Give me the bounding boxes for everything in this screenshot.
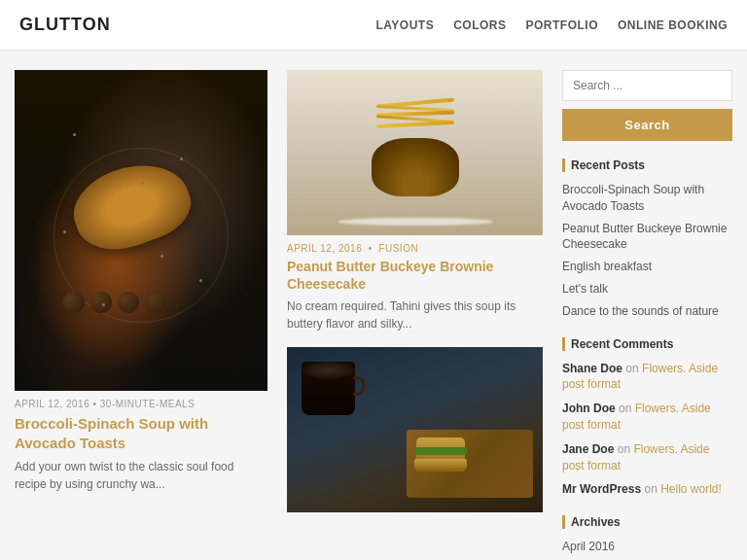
- post-excerpt-1: No cream required. Tahini gives this sou…: [287, 298, 543, 332]
- dot: [199, 279, 202, 282]
- burger-image: [287, 70, 543, 235]
- post-image-2: [287, 347, 543, 512]
- featured-post-image: [15, 70, 267, 391]
- post-meta-1: APRIL 12, 2016 • FUSION: [287, 243, 543, 254]
- comment-3: Mr WordPress on Hello world!: [562, 481, 732, 498]
- dot: [160, 255, 163, 258]
- nav-portfolio[interactable]: PORTFOLIO: [525, 18, 598, 32]
- main-container: APRIL 12, 2016 • 30-MINUTE-MEALS Broccol…: [0, 51, 747, 560]
- recent-comments-title: Recent Comments: [562, 337, 732, 351]
- post-card-2: [287, 347, 543, 512]
- featured-post-meta: APRIL 12, 2016 • 30-MINUTE-MEALS: [15, 399, 267, 409]
- featured-post-title[interactable]: Broccoli-Spinach Soup with Avocado Toast…: [15, 414, 267, 452]
- accent-bar-3: [562, 515, 565, 529]
- nav-online-booking[interactable]: ONLINE BOOKING: [618, 18, 728, 32]
- nav-colors[interactable]: COLORS: [453, 18, 506, 32]
- posts-column: APRIL 12, 2016 • FUSION Peanut Butter Bu…: [287, 70, 543, 560]
- search-input[interactable]: [562, 70, 732, 101]
- nav-layouts[interactable]: LAYOUTS: [375, 18, 434, 32]
- dot: [141, 182, 144, 185]
- featured-post-column: APRIL 12, 2016 • 30-MINUTE-MEALS Broccol…: [15, 70, 267, 560]
- search-input-wrap: [562, 70, 732, 101]
- archives-section: Archives April 2016 March 2016: [562, 515, 732, 560]
- recent-posts-title: Recent Posts: [562, 158, 732, 172]
- accent-bar: [562, 158, 565, 172]
- comment-0: Shane Doe on Flowers. Aside post format: [562, 361, 732, 394]
- post-image-1: [287, 70, 543, 235]
- site-logo: GLUTTON: [19, 15, 111, 35]
- recent-post-4[interactable]: Dance to the sounds of nature: [562, 303, 732, 320]
- featured-post-excerpt: Add your own twist to the classic soul f…: [15, 458, 267, 493]
- sidebar: Search Recent Posts Broccoli-Spinach Sou…: [562, 70, 732, 560]
- post-card-1: APRIL 12, 2016 • FUSION Peanut Butter Bu…: [287, 70, 543, 332]
- dot: [73, 133, 76, 136]
- accent-bar-2: [562, 337, 565, 351]
- dot: [180, 158, 183, 160]
- recent-post-3[interactable]: Let's talk: [562, 281, 732, 298]
- post-cat-1: FUSION: [378, 243, 418, 254]
- scatter-dots: [44, 109, 238, 352]
- archives-title: Archives: [562, 515, 732, 529]
- main-nav: LAYOUTS COLORS PORTFOLIO ONLINE BOOKING: [375, 18, 728, 32]
- post-date-1: APRIL 12, 2016: [287, 243, 362, 254]
- recent-comments-section: Recent Comments Shane Doe on Flowers. As…: [562, 337, 732, 499]
- recent-post-0[interactable]: Broccoli-Spinach Soup with Avocado Toast…: [562, 182, 732, 215]
- archive-0[interactable]: April 2016: [562, 539, 732, 555]
- recent-posts-section: Recent Posts Broccoli-Spinach Soup with …: [562, 158, 732, 320]
- post-title-1[interactable]: Peanut Butter Buckeye Brownie Cheesecake: [287, 258, 543, 293]
- site-header: GLUTTON LAYOUTS COLORS PORTFOLIO ONLINE …: [0, 0, 747, 51]
- dot: [63, 230, 66, 233]
- dot: [102, 303, 105, 306]
- search-button[interactable]: Search: [562, 109, 732, 141]
- comment-2: Jane Doe on Flowers. Aside post format: [562, 441, 732, 474]
- recent-post-1[interactable]: Peanut Butter Buckeye Brownie Cheesecake: [562, 221, 732, 254]
- food-bg: [15, 70, 267, 391]
- recent-post-2[interactable]: English breakfast: [562, 259, 732, 275]
- comment-1: John Doe on Flowers. Aside post format: [562, 401, 732, 434]
